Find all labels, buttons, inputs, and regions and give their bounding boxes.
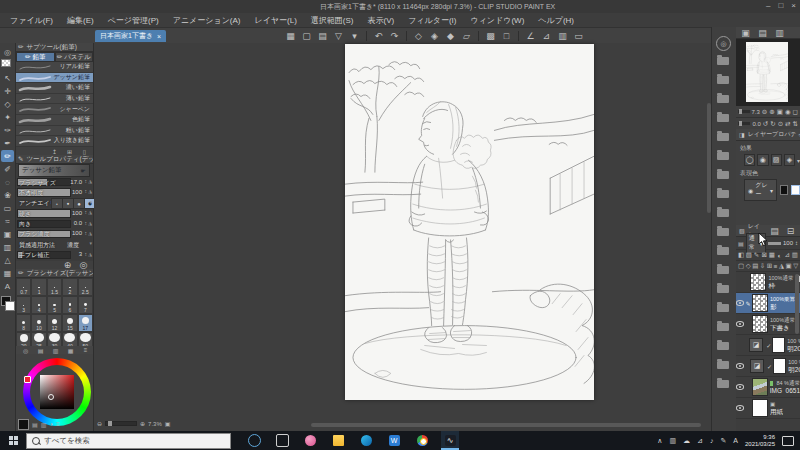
gradient-tool[interactable]: ▥ bbox=[1, 241, 14, 253]
layer-thumbnail[interactable]: ◪ bbox=[750, 359, 764, 373]
layer-thumbnail[interactable] bbox=[752, 315, 768, 333]
brush-size-cell[interactable]: 5 bbox=[47, 296, 62, 314]
stepper-icon[interactable]: ↕ bbox=[85, 220, 88, 226]
rotate-cw-icon[interactable]: ↻ bbox=[770, 120, 775, 128]
edge-icon[interactable] bbox=[357, 431, 375, 450]
layer-row[interactable]: 100%通常枠 bbox=[736, 272, 800, 293]
menu-item-4[interactable]: レイヤー(L) bbox=[254, 15, 296, 26]
material-folder-icon[interactable] bbox=[717, 228, 729, 236]
stepper-icon[interactable]: ↕ bbox=[85, 209, 88, 215]
eraser-tool[interactable]: ▭ bbox=[1, 202, 14, 214]
decoration-tool[interactable]: ❀ bbox=[1, 189, 14, 201]
zoom-in-icon[interactable]: ⊕ bbox=[140, 420, 145, 427]
layer-mask-thumbnail[interactable] bbox=[772, 337, 785, 353]
operation-tool[interactable]: ↖ bbox=[1, 72, 14, 84]
merge-visible-icon[interactable]: ≡ bbox=[774, 260, 778, 272]
fill-tool[interactable]: ▣ bbox=[1, 228, 14, 240]
eyedropper-tool[interactable]: ✑ bbox=[1, 124, 14, 136]
brush-size-cell[interactable]: 4 bbox=[31, 296, 46, 314]
brush-size-cell[interactable]: 15 bbox=[62, 314, 77, 332]
white-drawing-color-chip[interactable] bbox=[791, 185, 800, 195]
brush-item[interactable]: デッサン鉛筆 bbox=[16, 73, 93, 84]
hsv-slider-icon[interactable]: ▥ bbox=[41, 421, 47, 428]
task-view-icon[interactable] bbox=[273, 431, 291, 450]
dynamics-icon[interactable]: ◮ bbox=[88, 220, 92, 226]
layer-row[interactable]: ◪✓100 %明2C bbox=[736, 356, 800, 377]
color-mix-icon[interactable]: ◑ bbox=[49, 421, 53, 427]
subview-tab-icon[interactable]: ▤ bbox=[756, 27, 769, 39]
transfer-layer-icon[interactable]: ⇩ bbox=[760, 260, 765, 272]
material-folder-icon[interactable] bbox=[717, 95, 729, 103]
brush-size-cell[interactable]: 1.5 bbox=[47, 278, 62, 296]
layer-opacity-slider[interactable] bbox=[768, 242, 781, 245]
redo-icon[interactable]: ↷ bbox=[388, 30, 401, 42]
combine-layer-icon[interactable]: ⊞ bbox=[767, 260, 772, 272]
layer-visibility-eye-icon[interactable] bbox=[736, 384, 744, 390]
fill-icon[interactable]: ▩ bbox=[484, 30, 497, 42]
snap-ruler-icon[interactable]: ∠ bbox=[524, 30, 537, 42]
layer-row[interactable]: ▣用紙 bbox=[736, 398, 800, 419]
menu-item-0[interactable]: ファイル(F) bbox=[10, 15, 53, 26]
frame-border-tool[interactable]: ▦ bbox=[1, 267, 14, 279]
brush-size-cell[interactable]: 7 bbox=[78, 296, 93, 314]
tray-app-icon[interactable]: ▥ bbox=[669, 437, 676, 445]
stepper-icon[interactable]: ↕ bbox=[85, 188, 88, 194]
material-folder-icon[interactable] bbox=[717, 361, 729, 369]
layer-thumbnail[interactable] bbox=[752, 294, 768, 312]
apply-mask-icon[interactable]: ▣ bbox=[786, 260, 792, 272]
stepper-icon[interactable]: ↕ bbox=[85, 230, 88, 236]
menu-item-7[interactable]: フィルター(I) bbox=[408, 15, 456, 26]
navigator-rotate-slider[interactable] bbox=[738, 122, 750, 125]
material-folder-icon[interactable] bbox=[717, 190, 729, 198]
transparent-color-swatch[interactable] bbox=[1, 59, 11, 67]
layer-mask-thumbnail[interactable] bbox=[773, 358, 786, 374]
stepper-icon[interactable]: ↕ bbox=[85, 251, 88, 257]
pen-tool[interactable]: ✒ bbox=[1, 137, 14, 149]
snap-special-ruler-icon[interactable]: ⊿ bbox=[540, 30, 553, 42]
dynamics-icon[interactable]: ◮ bbox=[88, 178, 92, 184]
horizontal-scrollbar[interactable] bbox=[311, 423, 701, 427]
workspace-icon[interactable]: ▦ bbox=[284, 30, 297, 42]
cortana-icon[interactable] bbox=[245, 431, 263, 450]
dynamics-icon[interactable]: ◮ bbox=[88, 188, 92, 194]
reset-rotation-icon[interactable]: ⊙ bbox=[778, 120, 783, 128]
navigator-preview[interactable] bbox=[736, 39, 800, 106]
chevron-down-icon[interactable]: ▾ bbox=[89, 240, 92, 246]
material-folder-icon[interactable] bbox=[717, 152, 729, 160]
item-bank-tab-icon[interactable]: ▥ bbox=[773, 27, 786, 39]
hidden-icons-chevron[interactable]: ∧ bbox=[657, 437, 662, 445]
text-tool[interactable]: A bbox=[1, 280, 14, 292]
brush-item[interactable]: 粗い鉛筆 bbox=[16, 126, 93, 137]
action-center-icon[interactable] bbox=[782, 436, 794, 446]
layer-row[interactable]: 84 %通常IMG_0651 bbox=[736, 377, 800, 398]
rotate-ccw-icon[interactable]: ↺ bbox=[763, 120, 768, 128]
layer-menu-icon[interactable]: ▤ bbox=[768, 225, 781, 237]
rgb-slider-icon[interactable]: ▤ bbox=[32, 421, 38, 428]
brush-size-cell[interactable]: 10 bbox=[31, 314, 46, 332]
clip-studio-paint-icon[interactable]: ∿ bbox=[441, 431, 459, 450]
sv-marker[interactable] bbox=[48, 394, 54, 400]
tone-effect-icon[interactable]: ◉ bbox=[757, 154, 768, 166]
material-folder-icon[interactable] bbox=[717, 133, 729, 141]
opacity-stepper[interactable]: ↕ bbox=[795, 240, 798, 246]
minimize-button[interactable]: – bbox=[766, 1, 770, 10]
material-folder-icon[interactable] bbox=[717, 304, 729, 312]
close-button[interactable]: × bbox=[791, 1, 796, 10]
material-search-icon[interactable]: ◎ bbox=[716, 36, 731, 51]
canvas-area[interactable]: ⊖ ⊕ 7.3% ▣ bbox=[94, 43, 712, 431]
layer-thumbnail[interactable]: ◪ bbox=[749, 338, 763, 352]
menu-item-9[interactable]: ヘルプ(H) bbox=[538, 15, 574, 26]
layer-mask-icon[interactable]: ◮ bbox=[779, 260, 784, 272]
snap-grid-icon[interactable]: ▥ bbox=[556, 30, 569, 42]
subtool-tab-鉛筆[interactable]: ✏鉛筆 bbox=[16, 52, 55, 62]
canvas-tab-close-icon[interactable]: × bbox=[157, 33, 161, 40]
onedrive-icon[interactable]: ☁ bbox=[683, 437, 690, 445]
brush-size-cell[interactable]: 2 bbox=[62, 278, 77, 296]
brush-size-cell[interactable]: 12 bbox=[47, 314, 62, 332]
material-folder-icon[interactable] bbox=[717, 247, 729, 255]
brush-size-cell[interactable]: 8 bbox=[16, 314, 31, 332]
selection-border-icon[interactable]: ▱ bbox=[460, 30, 473, 42]
layer-thumbnail[interactable] bbox=[752, 378, 768, 396]
save-icon[interactable]: ▽ bbox=[332, 30, 345, 42]
material-folder-icon[interactable] bbox=[717, 285, 729, 293]
